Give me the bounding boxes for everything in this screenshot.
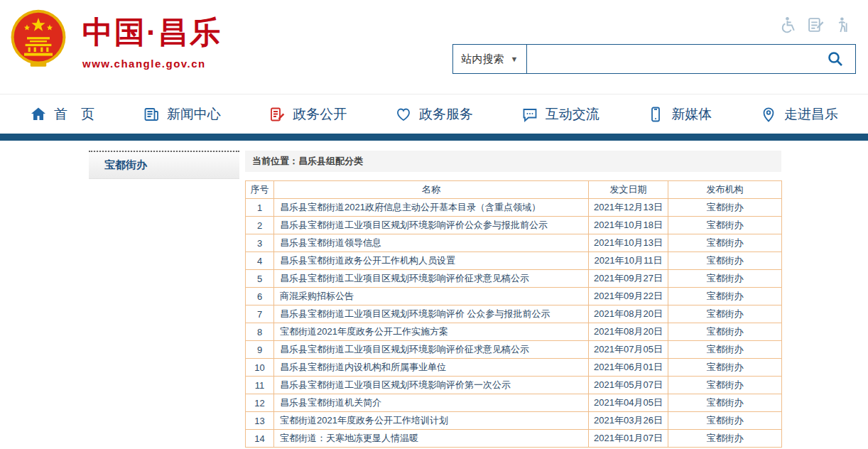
row-title-link[interactable]: 商混采购招标公告 [274,288,589,305]
nav-item-gov-open[interactable]: 政务公开 [268,105,347,124]
gov-open-icon [268,106,286,123]
row-org: 宝都街办 [668,199,782,217]
search-icon [827,50,844,67]
row-title-link[interactable]: 宝都街道：天寒地冻更显人情温暖 [274,430,589,448]
site-search-bar: 站内搜索 ▼ [452,44,856,74]
sidebar: 宝都街办 [89,151,239,448]
search-scope-label: 站内搜索 [462,53,504,66]
column-header-org: 发布机构 [668,181,782,199]
nav-item-label: 首 页 [54,105,94,124]
main-navigation: 首 页 新闻中心 政务公开 政务服务 互动交流 [0,94,868,134]
row-date: 2021年03月26日 [589,412,668,430]
row-number: 1 [246,199,274,217]
row-date: 2021年10月11日 [589,252,668,270]
nav-item-news[interactable]: 新闻中心 [143,105,221,124]
row-title-link[interactable]: 昌乐县宝都街道政务公开工作机构人员设置 [274,252,589,270]
row-date: 2021年01月07日 [589,430,668,448]
row-title-link[interactable]: 昌乐县宝都街道机关简介 [274,394,589,412]
row-date: 2021年08月20日 [589,305,668,323]
document-table: 序号 名称 发文日期 发布机构 1昌乐县宝都街道2021政府信息主动公开基本目录… [245,180,782,448]
table-header-row: 序号 名称 发文日期 发布机构 [246,181,782,199]
nav-item-gov-service[interactable]: 政务服务 [395,105,473,124]
table-row: 8宝都街道2021年度政务公开工作实施方案2021年08月20日宝都街办 [246,323,782,341]
row-org: 宝都街办 [668,430,782,448]
row-number: 2 [246,217,274,234]
table-row: 4昌乐县宝都街道政务公开工作机构人员设置2021年10月11日宝都街办 [246,252,782,270]
table-row: 10昌乐县宝都街道内设机构和所属事业单位2021年06月01日宝都街办 [246,359,782,377]
site-logo-link[interactable]: 中国·昌乐 www.changle.gov.cn [10,7,222,74]
nav-divider-bar [0,134,868,141]
row-date: 2021年06月01日 [589,359,668,377]
row-title-link[interactable]: 昌乐县宝都街道工业项目区规划环境影响评价征求意见稿公示 [274,270,589,288]
nav-item-label: 政务公开 [293,105,347,124]
nav-item-home[interactable]: 首 页 [30,105,94,124]
phone-icon [647,106,664,123]
chevron-down-icon: ▼ [511,55,519,63]
nav-item-visit-changle[interactable]: 走进昌乐 [760,105,838,124]
column-header-title: 名称 [274,181,589,199]
row-number: 3 [246,234,274,252]
site-title-block: 中国·昌乐 www.changle.gov.cn [82,12,222,70]
sidebar-category-title[interactable]: 宝都街办 [89,151,239,179]
nav-item-label: 新媒体 [671,105,712,124]
row-date: 2021年10月18日 [589,217,668,234]
row-org: 宝都街办 [668,377,782,394]
nav-item-label: 新闻中心 [167,105,221,124]
row-title-link[interactable]: 昌乐县宝都街道工业项目区规划环境影响评价第一次公示 [274,377,589,394]
row-org: 宝都街办 [668,394,782,412]
search-button[interactable] [815,45,855,73]
row-title-link[interactable]: 昌乐县宝都街道工业项目区规划环境影响评价公众参与报批前公示 [274,217,589,234]
table-row: 2昌乐县宝都街道工业项目区规划环境影响评价公众参与报批前公示2021年10月18… [246,217,782,234]
accessibility-icon[interactable] [779,16,797,33]
table-row: 9昌乐县宝都街道工业项目区规划环境影响评价征求意见稿公示2021年07月05日宝… [246,341,782,359]
location-icon [760,106,777,123]
row-org: 宝都街办 [668,288,782,305]
page-content: 宝都街办 当前位置：昌乐县组配分类 序号 名称 发文日期 发布机构 1昌乐县宝都… [0,141,868,448]
row-org: 宝都街办 [668,305,782,323]
row-date: 2021年09月27日 [589,270,668,288]
edit-icon[interactable] [807,16,825,33]
row-title-link[interactable]: 昌乐县宝都街道2021政府信息主动公开基本目录（含重点领域） [274,199,589,217]
row-title-link[interactable]: 宝都街道2021年度政务公开工作实施方案 [274,323,589,341]
row-number: 9 [246,341,274,359]
row-number: 7 [246,305,274,323]
chat-icon [521,106,538,123]
row-title-link[interactable]: 昌乐县宝都街道领导信息 [274,234,589,252]
row-number: 10 [246,359,274,377]
row-title-link[interactable]: 昌乐县宝都街道工业项目区规划环境影响评价 公众参与报批前公示 [274,305,589,323]
search-input[interactable] [527,45,815,73]
row-number: 6 [246,288,274,305]
row-org: 宝都街办 [668,252,782,270]
table-body: 1昌乐县宝都街道2021政府信息主动公开基本目录（含重点领域）2021年12月1… [246,199,782,448]
row-number: 8 [246,323,274,341]
row-org: 宝都街办 [668,323,782,341]
table-row: 3昌乐县宝都街道领导信息2021年10月13日宝都街办 [246,234,782,252]
row-org: 宝都街办 [668,270,782,288]
row-title-link[interactable]: 昌乐县宝都街道内设机构和所属事业单位 [274,359,589,377]
nav-item-label: 走进昌乐 [784,105,838,124]
row-org: 宝都街办 [668,359,782,377]
row-title-link[interactable]: 昌乐县宝都街道工业项目区规划环境影响评价征求意见稿公示 [274,341,589,359]
nav-item-label: 政务服务 [419,105,473,124]
row-number: 5 [246,270,274,288]
search-scope-dropdown[interactable]: 站内搜索 ▼ [453,45,527,73]
row-date: 2021年10月13日 [589,234,668,252]
elder-icon[interactable] [835,16,852,33]
breadcrumb: 当前位置：昌乐县组配分类 [245,151,781,172]
accessibility-toolbar [779,16,852,33]
row-date: 2021年12月13日 [589,199,668,217]
nav-item-label: 互动交流 [546,105,600,124]
row-date: 2021年07月05日 [589,341,668,359]
column-header-no: 序号 [246,181,274,199]
row-title-link[interactable]: 宝都街道2021年度政务公开工作培训计划 [274,412,589,430]
nav-item-interaction[interactable]: 互动交流 [521,105,600,124]
column-header-date: 发文日期 [589,181,668,199]
service-heart-icon [395,106,412,123]
home-icon [30,106,47,123]
row-number: 14 [246,430,274,448]
row-number: 12 [246,394,274,412]
main-panel: 当前位置：昌乐县组配分类 序号 名称 发文日期 发布机构 1昌乐县宝都街道202… [245,151,781,448]
table-row: 13宝都街道2021年度政务公开工作培训计划2021年03月26日宝都街办 [246,412,782,430]
nav-item-new-media[interactable]: 新媒体 [647,105,712,124]
row-date: 2021年09月22日 [589,288,668,305]
